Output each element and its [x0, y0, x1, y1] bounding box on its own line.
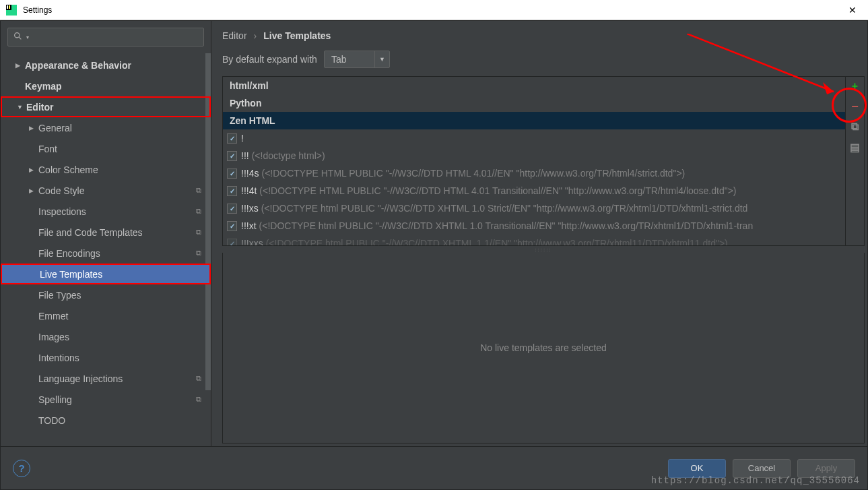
tree-item-intentions[interactable]: Intentions: [1, 347, 211, 368]
tree-arrow-icon: ▶: [29, 187, 38, 194]
copy-button[interactable]: ⧉: [847, 119, 863, 135]
settings-button[interactable]: ▤: [847, 139, 863, 155]
template-group[interactable]: html/xml: [223, 77, 845, 94]
template-checkbox[interactable]: ✓: [227, 186, 237, 196]
tree-item-spelling[interactable]: Spelling⧉: [1, 389, 211, 410]
template-abbr: !!!xt: [241, 220, 257, 231]
content: ▾ ▶Appearance & BehaviorKeymap▼Editor▶Ge…: [0, 20, 868, 446]
template-desc: (<!DOCTYPE html PUBLIC "-//W3C//DTD XHTM…: [261, 203, 748, 214]
template-item[interactable]: ✓!!!xxs(<!DOCTYPE html PUBLIC "-//W3C//D…: [223, 235, 845, 245]
tree-item-label: Live Templates: [40, 269, 209, 280]
main-panel: Editor › Live Templates By default expan…: [211, 21, 867, 446]
tree-item-live-templates[interactable]: Live Templates: [1, 264, 211, 284]
tree-item-label: File Types: [38, 290, 211, 301]
tree-item-todo[interactable]: TODO: [1, 410, 211, 431]
remove-button[interactable]: −: [847, 98, 863, 115]
profile-icon: ⧉: [196, 228, 201, 237]
tree-item-images[interactable]: Images: [1, 326, 211, 347]
search-input[interactable]: ▾: [7, 28, 204, 47]
empty-message: No live templates are selected: [222, 253, 865, 443]
template-abbr: !!!4s: [241, 168, 259, 179]
tree-arrow-icon: ▶: [29, 125, 38, 131]
svg-point-4: [15, 33, 20, 38]
template-item[interactable]: ✓!!!4s(<!DOCTYPE HTML PUBLIC "-//W3C//DT…: [223, 164, 845, 182]
expand-with-label: By default expand with: [222, 54, 317, 65]
search-icon: [13, 32, 22, 42]
tree-item-appearance-behavior[interactable]: ▶Appearance & Behavior: [1, 55, 211, 75]
app-icon: [5, 4, 18, 16]
tree-item-emmet[interactable]: Emmet: [1, 305, 211, 326]
tree-item-general[interactable]: ▶General: [1, 117, 211, 138]
resize-grip[interactable]: ::::::: [222, 246, 865, 253]
breadcrumb-current: Live Templates: [263, 30, 331, 41]
breadcrumb-separator: ›: [254, 30, 257, 41]
breadcrumb-root[interactable]: Editor: [222, 30, 247, 41]
profile-icon: ⧉: [196, 395, 201, 404]
templates-list[interactable]: html/xmlPythonZen HTML✓!✓!!!(<!doctype h…: [223, 77, 845, 245]
template-desc: (<!DOCTYPE html PUBLIC "-//W3C//DTD XHTM…: [259, 220, 754, 231]
breadcrumb: Editor › Live Templates: [211, 21, 867, 51]
template-desc: (<!DOCTYPE html PUBLIC "-//W3C//DTD XHTM…: [266, 238, 728, 245]
tree-item-label: File Encodings: [38, 248, 196, 259]
tree-item-code-style[interactable]: ▶Code Style⧉: [1, 180, 211, 201]
template-item[interactable]: ✓!!!(<!doctype html>): [223, 147, 845, 164]
settings-tree[interactable]: ▶Appearance & BehaviorKeymap▼Editor▶Gene…: [1, 53, 211, 446]
tree-item-label: Inspections: [38, 206, 196, 217]
tree-item-label: Language Injections: [38, 373, 196, 384]
tree-item-label: Appearance & Behavior: [25, 60, 211, 71]
tree-item-label: Editor: [26, 102, 209, 113]
search-dropdown-icon: ▾: [26, 34, 29, 40]
profile-icon: ⧉: [196, 207, 201, 216]
template-checkbox[interactable]: ✓: [227, 204, 237, 214]
tree-arrow-icon: ▶: [15, 62, 25, 69]
expand-with-select[interactable]: Tab ▼: [324, 51, 390, 68]
tree-item-color-scheme[interactable]: ▶Color Scheme: [1, 159, 211, 180]
tree-item-label: General: [38, 123, 211, 133]
tree-item-editor[interactable]: ▼Editor: [1, 96, 211, 117]
list-toolbar: + − ⧉ ▤: [845, 77, 864, 245]
template-item[interactable]: ✓!!!xs(<!DOCTYPE html PUBLIC "-//W3C//DT…: [223, 200, 845, 217]
tree-item-file-encodings[interactable]: File Encodings⧉: [1, 243, 211, 264]
tree-item-file-types[interactable]: File Types: [1, 284, 211, 305]
template-group[interactable]: Python: [223, 94, 845, 112]
tree-item-file-and-code-templates[interactable]: File and Code Templates⧉: [1, 222, 211, 243]
template-checkbox[interactable]: ✓: [227, 169, 237, 179]
tree-item-label: Spelling: [38, 394, 196, 405]
profile-icon: ⧉: [196, 249, 201, 257]
template-abbr: !!!xxs: [241, 238, 263, 245]
add-button[interactable]: +: [847, 78, 863, 94]
template-abbr: !!!: [241, 150, 249, 161]
template-desc: (<!doctype html>): [252, 150, 325, 161]
tree-item-label: TODO: [38, 415, 211, 426]
tree-item-keymap[interactable]: Keymap: [1, 75, 211, 96]
svg-rect-2: [7, 5, 8, 9]
template-checkbox[interactable]: ✓: [227, 133, 237, 144]
tree-item-inspections[interactable]: Inspections⧉: [1, 201, 211, 222]
tree-item-font[interactable]: Font: [1, 138, 211, 159]
tree-item-label: Font: [38, 144, 211, 154]
tree-item-language-injections[interactable]: Language Injections⧉: [1, 368, 211, 389]
help-button[interactable]: ?: [13, 460, 30, 477]
template-group[interactable]: Zen HTML: [223, 112, 845, 129]
template-item[interactable]: ✓!!!4t(<!DOCTYPE HTML PUBLIC "-//W3C//DT…: [223, 182, 845, 200]
template-item[interactable]: ✓!!!xt(<!DOCTYPE html PUBLIC "-//W3C//DT…: [223, 217, 845, 235]
ok-button[interactable]: OK: [668, 459, 726, 478]
cancel-button[interactable]: Cancel: [733, 459, 791, 478]
expand-with-row: By default expand with Tab ▼: [211, 51, 867, 76]
close-button[interactable]: ✕: [837, 0, 868, 20]
tree-item-label: Intentions: [38, 353, 211, 363]
chevron-down-icon: ▼: [374, 51, 389, 67]
template-checkbox[interactable]: ✓: [227, 151, 237, 161]
apply-button[interactable]: Apply: [797, 459, 855, 478]
tree-item-label: Code Style: [38, 185, 196, 196]
template-checkbox[interactable]: ✓: [227, 239, 237, 246]
svg-line-5: [19, 37, 21, 39]
titlebar: Settings ✕: [0, 0, 868, 20]
templates-list-container: html/xmlPythonZen HTML✓!✓!!!(<!doctype h…: [222, 76, 865, 246]
panel-body: html/xmlPythonZen HTML✓!✓!!!(<!doctype h…: [222, 76, 865, 443]
template-checkbox[interactable]: ✓: [227, 221, 237, 231]
template-item[interactable]: ✓!: [223, 129, 845, 147]
sidebar: ▾ ▶Appearance & BehaviorKeymap▼Editor▶Ge…: [1, 21, 211, 446]
template-abbr: !!!4t: [241, 185, 257, 196]
template-group-label: html/xml: [227, 80, 269, 91]
